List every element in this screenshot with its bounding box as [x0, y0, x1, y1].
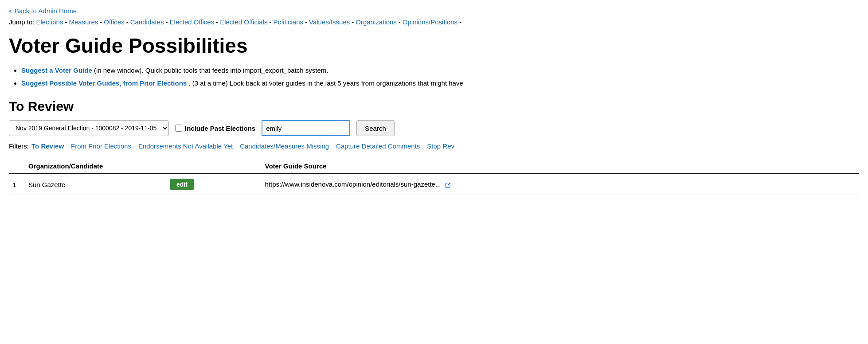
- nav-link-politicians[interactable]: Politicians: [273, 18, 303, 26]
- suggest-prior-link[interactable]: Suggest Possible Voter Guides, from Prio…: [21, 79, 187, 87]
- election-select[interactable]: Nov 2019 General Election - 1000082 - 20…: [9, 120, 169, 136]
- nav-link-elected-officials[interactable]: Elected Officials: [220, 18, 267, 26]
- nav-link-offices[interactable]: Offices: [104, 18, 124, 26]
- bullet-1-text: (in new window). Quick public tools that…: [94, 66, 328, 74]
- filter-to-review[interactable]: To Review: [31, 142, 64, 150]
- nav-link-elections[interactable]: Elections: [36, 18, 63, 26]
- nav-link-measures[interactable]: Measures: [69, 18, 98, 26]
- back-to-admin-link[interactable]: < Back to Admin Home: [9, 7, 77, 15]
- source-link[interactable]: https://www.insidenova.com/opinion/edito…: [265, 180, 451, 188]
- table-row: 1 Sun Gazette edit https://www.insidenov…: [9, 174, 859, 195]
- page-title: Voter Guide Possibilities: [9, 34, 859, 58]
- jump-to-nav: Jump to: Elections - Measures - Offices …: [9, 18, 859, 26]
- filter-stop-rev[interactable]: Stop Rev: [427, 142, 454, 150]
- bullet-2-text: . (3 at a time) Look back at voter guide…: [188, 79, 463, 87]
- results-table: Organization/Candidate Voter Guide Sourc…: [9, 159, 859, 195]
- filters-row: Filters: To Review From Prior Elections …: [9, 142, 859, 150]
- col-header-edit: [167, 159, 262, 174]
- edit-button[interactable]: edit: [170, 179, 194, 190]
- col-header-org: Organization/Candidate: [25, 159, 167, 174]
- to-review-heading: To Review: [9, 99, 859, 114]
- filter-capture-detailed-comments[interactable]: Capture Detailed Comments: [336, 142, 420, 150]
- col-header-num: [9, 159, 25, 174]
- nav-link-organizations[interactable]: Organizations: [356, 18, 397, 26]
- jump-to-label: Jump to:: [9, 18, 35, 26]
- bullet-suggest-prior: Suggest Possible Voter Guides, from Prio…: [21, 78, 859, 89]
- nav-link-values-issues[interactable]: Values/Issues: [309, 18, 350, 26]
- nav-link-candidates[interactable]: Candidates: [130, 18, 164, 26]
- row-source: https://www.insidenova.com/opinion/edito…: [262, 174, 859, 195]
- filter-candidates-measures-missing[interactable]: Candidates/Measures Missing: [240, 142, 329, 150]
- row-num: 1: [9, 174, 25, 195]
- include-past-elections-label: Include Past Elections: [175, 125, 255, 132]
- search-input[interactable]: [262, 120, 350, 136]
- intro-bullets: Suggest a Voter Guide (in new window). Q…: [9, 66, 859, 88]
- filters-label: Filters:: [9, 142, 29, 150]
- col-header-source: Voter Guide Source: [262, 159, 859, 174]
- row-edit-cell: edit: [167, 174, 262, 195]
- controls-row: Nov 2019 General Election - 1000082 - 20…: [9, 120, 859, 136]
- external-link-icon: [445, 182, 451, 188]
- filter-from-prior-elections[interactable]: From Prior Elections: [71, 142, 131, 150]
- search-input-wrapper: [262, 120, 350, 136]
- suggest-voter-guide-link[interactable]: Suggest a Voter Guide: [21, 66, 92, 74]
- nav-link-opinions-positions[interactable]: Opinions/Positions: [403, 18, 457, 26]
- include-past-elections-checkbox[interactable]: [175, 125, 182, 132]
- filter-endorsements-not-available[interactable]: Endorsements Not Available Yet: [138, 142, 233, 150]
- bullet-suggest-voter-guide: Suggest a Voter Guide (in new window). Q…: [21, 66, 859, 76]
- row-org: Sun Gazette: [25, 174, 167, 195]
- search-button[interactable]: Search: [356, 120, 395, 136]
- nav-link-elected-offices[interactable]: Elected Offices: [170, 18, 215, 26]
- table-header-row: Organization/Candidate Voter Guide Sourc…: [9, 159, 859, 174]
